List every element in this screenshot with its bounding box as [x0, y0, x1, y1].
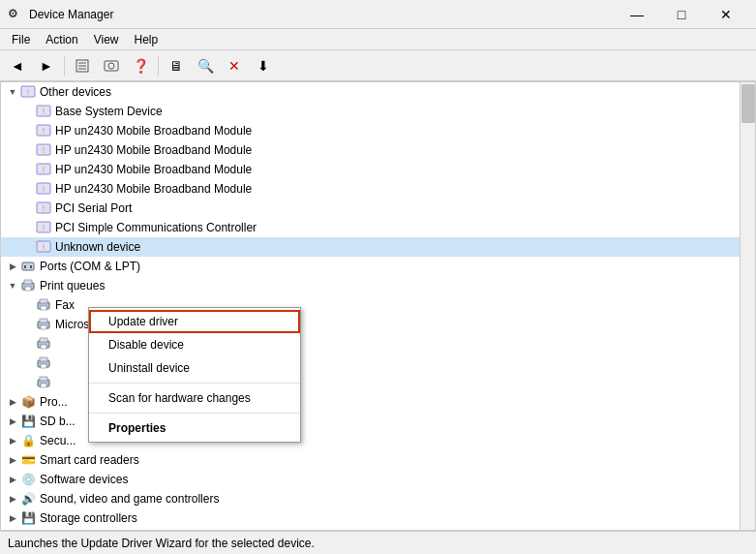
tree-item[interactable]: ! HP un2430 Mobile Broadband Module — [1, 160, 740, 179]
tree-item-label: Smart card readers — [40, 453, 139, 467]
context-menu: Update driverDisable deviceUninstall dev… — [88, 307, 301, 443]
context-menu-item[interactable]: Properties — [89, 416, 300, 440]
svg-text:!: ! — [27, 87, 30, 97]
status-bar: Launches the Update Driver Wizard for th… — [0, 531, 756, 554]
toolbar-properties[interactable] — [69, 53, 96, 78]
svg-rect-32 — [41, 306, 46, 310]
toolbar-driver[interactable] — [98, 53, 125, 78]
tree-panel[interactable]: ▼ ! Other devices ! Base System Device !… — [0, 81, 756, 531]
title-bar-text: Device Manager — [29, 8, 615, 21]
toolbar-update[interactable]: ⬇ — [250, 53, 277, 78]
svg-text:!: ! — [43, 223, 45, 232]
tree-item-label: Software devices — [40, 473, 128, 486]
collapse-icon[interactable]: ▼ — [5, 278, 20, 293]
tree-item[interactable]: ▶💳Smart card readers — [1, 450, 740, 470]
menu-help[interactable]: Help — [127, 31, 166, 48]
scrollbar-thumb[interactable] — [741, 84, 755, 123]
tree-item[interactable]: ▼ ! Other devices — [1, 82, 740, 102]
tree-item[interactable]: ! PCI Serial Port — [1, 199, 740, 218]
title-bar-controls: — □ ✕ — [615, 0, 748, 29]
tree-item[interactable]: ▶🔊Sound, video and game controllers — [1, 489, 740, 508]
tree-item[interactable]: ▶💿Software devices — [1, 470, 740, 489]
scrollbar[interactable] — [740, 82, 755, 530]
tree-item[interactable]: ! Unknown device — [1, 237, 740, 257]
tree-item-label: Unknown device — [55, 240, 140, 254]
expand-icon[interactable]: ▶ — [5, 491, 20, 507]
tree-item-label: HP un2430 Mobile Broadband Module — [55, 163, 252, 176]
svg-rect-24 — [22, 262, 34, 270]
toolbar-forward[interactable]: ► — [33, 53, 60, 78]
maximize-button[interactable]: □ — [659, 0, 704, 29]
expand-icon[interactable]: ▶ — [5, 510, 20, 526]
collapse-icon[interactable]: ▼ — [5, 84, 20, 100]
context-menu-item[interactable]: Uninstall device — [89, 356, 300, 380]
toolbar-help[interactable]: ❓ — [127, 53, 154, 78]
app-icon: ⚙ — [8, 7, 23, 22]
svg-rect-31 — [40, 299, 47, 303]
toolbar-sep1 — [64, 56, 65, 76]
tree-item-label: HP un2430 Mobile Broadband Module — [55, 182, 252, 196]
svg-rect-41 — [41, 364, 46, 368]
menu-file[interactable]: File — [4, 31, 38, 48]
context-menu-item[interactable]: Scan for hardware changes — [89, 386, 300, 410]
tree-item-label: Storage controllers — [40, 511, 137, 525]
tree-item-label: HP un2430 Mobile Broadband Module — [55, 124, 252, 138]
toolbar-sep2 — [158, 56, 159, 76]
toolbar-monitor[interactable]: 🖥 — [163, 53, 190, 78]
tree-item[interactable]: ! PCI Simple Communications Controller — [1, 218, 740, 237]
svg-rect-26 — [30, 265, 32, 268]
context-menu-item[interactable]: Disable device — [89, 333, 300, 356]
svg-rect-40 — [40, 357, 47, 361]
expand-icon[interactable]: ▶ — [5, 472, 20, 487]
svg-text:!: ! — [43, 107, 45, 116]
tree-item[interactable]: ▶ Ports (COM & LPT) — [1, 257, 740, 276]
menu-bar: File Action View Help — [0, 29, 756, 50]
expand-icon[interactable]: ▶ — [5, 452, 20, 468]
expand-icon[interactable]: ▶ — [5, 414, 20, 429]
tree-item[interactable]: ▶💾Storage controllers — [1, 508, 740, 528]
tree-item[interactable]: ! HP un2430 Mobile Broadband Module — [1, 121, 740, 140]
tree-item[interactable]: ▼ Print queues — [1, 276, 740, 295]
tree-item-label: Base System Device — [55, 105, 163, 118]
context-menu-separator — [89, 383, 300, 384]
tree-item-label: Secu... — [40, 434, 76, 447]
menu-action[interactable]: Action — [38, 31, 85, 48]
status-text: Launches the Update Driver Wizard for th… — [8, 537, 315, 550]
menu-view[interactable]: View — [86, 31, 127, 48]
toolbar-back[interactable]: ◄ — [4, 53, 31, 78]
svg-rect-25 — [24, 265, 26, 268]
svg-text:!: ! — [43, 242, 45, 252]
svg-rect-43 — [40, 377, 47, 381]
expand-icon[interactable]: ▶ — [5, 394, 20, 410]
expand-icon[interactable]: ▶ — [5, 433, 20, 448]
tree-item-label: Pro... — [40, 395, 68, 409]
tree-item[interactable]: ! HP un2430 Mobile Broadband Module — [1, 179, 740, 199]
expand-icon[interactable]: ▶ — [5, 259, 20, 274]
tree-item-label: PCI Simple Communications Controller — [55, 221, 257, 234]
tree-item-label: Fax — [55, 298, 75, 312]
svg-rect-28 — [24, 280, 32, 284]
tree-item-label: Other devices — [40, 85, 111, 99]
svg-rect-37 — [40, 338, 47, 342]
tree-item[interactable]: ▶🖥System devices — [1, 528, 740, 531]
minimize-button[interactable]: — — [615, 0, 659, 29]
svg-text:!: ! — [43, 126, 45, 136]
svg-point-5 — [108, 63, 114, 69]
tree-item-label: Sound, video and game controllers — [40, 492, 219, 506]
tree-item-label: Print queues — [40, 279, 105, 292]
toolbar-scan[interactable]: 🔍 — [192, 53, 219, 78]
close-button[interactable]: ✕ — [704, 0, 748, 29]
main-content: ▼ ! Other devices ! Base System Device !… — [0, 81, 756, 531]
tree-item[interactable]: ! Base System Device — [1, 102, 740, 121]
svg-text:!: ! — [43, 184, 45, 194]
toolbar: ◄ ► ❓ 🖥 🔍 ✕ ⬇ — [0, 50, 756, 81]
expand-icon[interactable]: ▶ — [5, 530, 20, 531]
tree-item[interactable]: ! HP un2430 Mobile Broadband Module — [1, 140, 740, 160]
svg-rect-34 — [40, 319, 47, 323]
toolbar-remove[interactable]: ✕ — [221, 53, 248, 78]
svg-rect-29 — [25, 287, 31, 291]
context-menu-item[interactable]: Update driver — [89, 310, 300, 333]
context-menu-separator — [89, 413, 300, 414]
tree-item-label: HP un2430 Mobile Broadband Module — [55, 143, 252, 157]
title-bar: ⚙ Device Manager — □ ✕ — [0, 0, 756, 29]
